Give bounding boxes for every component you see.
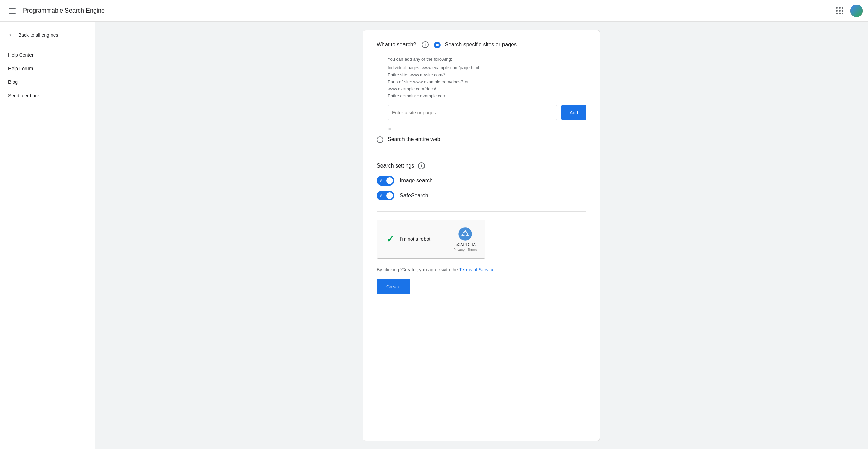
create-button[interactable]: Create bbox=[377, 279, 410, 294]
google-apps-icon[interactable] bbox=[833, 4, 846, 18]
tos-link[interactable]: Terms of Service bbox=[459, 267, 494, 272]
search-settings-section: Search settings i ✓ Image search ✓ SafeS… bbox=[377, 162, 586, 200]
image-search-toggle-row: ✓ Image search bbox=[377, 176, 586, 186]
recaptcha-checkbox[interactable]: ✓ bbox=[385, 234, 395, 244]
header-right bbox=[833, 4, 863, 18]
what-to-search-title: What to search? bbox=[377, 42, 416, 48]
checkmark-icon: ✓ bbox=[386, 234, 394, 245]
hint-line-4: www.example.com/docs/ bbox=[388, 85, 586, 93]
section-label-row: What to search? i Search specific sites … bbox=[377, 41, 586, 48]
back-to-engines-label: Back to all engines bbox=[18, 32, 58, 38]
dot bbox=[836, 10, 838, 12]
settings-header: Search settings i bbox=[377, 162, 586, 169]
radio-entire-web-circle[interactable] bbox=[377, 136, 383, 143]
back-arrow-icon: ← bbox=[8, 31, 14, 38]
tos-text: By clicking 'Create', you agree with the… bbox=[377, 267, 586, 272]
hint-line-5: Entire domain: *.example.com bbox=[388, 93, 586, 100]
grid-dots bbox=[836, 7, 843, 14]
sidebar: ← Back to all engines Help Center Help F… bbox=[0, 22, 95, 449]
hint-line-2: Entire site: www.mysite.com/* bbox=[388, 72, 586, 79]
site-input[interactable] bbox=[388, 105, 557, 120]
sidebar-item-send-feedback[interactable]: Send feedback bbox=[0, 89, 95, 102]
user-avatar[interactable] bbox=[850, 5, 863, 17]
toggle-check-icon: ✓ bbox=[379, 178, 383, 183]
svg-point-1 bbox=[463, 232, 467, 236]
sidebar-item-label: Blog bbox=[8, 79, 18, 85]
radio-specific-sites-label: Search specific sites or pages bbox=[445, 42, 517, 48]
sidebar-item-label: Send feedback bbox=[8, 93, 40, 98]
sidebar-item-label: Help Center bbox=[8, 52, 34, 58]
dot bbox=[839, 10, 841, 12]
radio-specific-sites-circle[interactable] bbox=[434, 42, 441, 48]
hamburger-icon bbox=[9, 8, 16, 14]
tos-suffix: . bbox=[494, 267, 496, 272]
image-search-label: Image search bbox=[400, 178, 433, 184]
hint-line-3: Parts of site: www.example.com/docs/* or bbox=[388, 79, 586, 86]
hint-box: You can add any of the following: Indivi… bbox=[388, 57, 586, 100]
back-to-engines-button[interactable]: ← Back to all engines bbox=[0, 27, 95, 42]
hint-line-1: Individual pages: www.example.com/page.h… bbox=[388, 64, 586, 72]
sidebar-item-blog[interactable]: Blog bbox=[0, 75, 95, 89]
radio-specific-sites[interactable]: Search specific sites or pages bbox=[434, 41, 517, 48]
radio-entire-web[interactable]: Search the entire web bbox=[377, 136, 586, 143]
recaptcha-right: reCAPTCHA Privacy - Terms bbox=[453, 227, 477, 252]
section-divider-2 bbox=[377, 211, 586, 212]
recaptcha-label: I'm not a robot bbox=[400, 236, 430, 242]
sidebar-item-label: Help Forum bbox=[8, 66, 33, 71]
recaptcha-links: Privacy - Terms bbox=[453, 248, 477, 252]
hint-title: You can add any of the following: bbox=[388, 57, 586, 62]
recaptcha-box: ✓ I'm not a robot reCAPTCHA Privacy - Te… bbox=[377, 220, 485, 259]
recaptcha-logo-icon bbox=[458, 227, 472, 241]
sidebar-divider bbox=[0, 45, 95, 45]
dot bbox=[842, 10, 843, 12]
sidebar-item-help-center[interactable]: Help Center bbox=[0, 48, 95, 62]
search-settings-title: Search settings bbox=[377, 163, 414, 169]
content-card: What to search? i Search specific sites … bbox=[363, 30, 600, 441]
menu-icon[interactable] bbox=[5, 4, 19, 18]
or-separator: or bbox=[388, 125, 586, 132]
hamburger-line bbox=[9, 11, 16, 11]
safesearch-label: SafeSearch bbox=[400, 193, 428, 199]
app-header: Programmable Search Engine bbox=[0, 0, 868, 22]
dot bbox=[839, 7, 841, 9]
hamburger-line bbox=[9, 13, 16, 14]
recaptcha-left: ✓ I'm not a robot bbox=[385, 234, 430, 244]
hamburger-line bbox=[9, 8, 16, 9]
site-input-row: Add bbox=[388, 105, 586, 120]
what-to-search-info-icon[interactable]: i bbox=[422, 41, 429, 48]
toggle-check-icon: ✓ bbox=[379, 193, 383, 198]
safesearch-toggle[interactable]: ✓ bbox=[377, 191, 394, 200]
section-divider-1 bbox=[377, 154, 586, 154]
main-layout: ← Back to all engines Help Center Help F… bbox=[0, 22, 868, 449]
image-search-toggle[interactable]: ✓ bbox=[377, 176, 394, 186]
dot bbox=[842, 7, 843, 9]
what-to-search-section: What to search? i Search specific sites … bbox=[377, 41, 586, 143]
add-site-button[interactable]: Add bbox=[561, 105, 586, 120]
app-title: Programmable Search Engine bbox=[23, 7, 833, 14]
dot bbox=[836, 7, 838, 9]
safesearch-toggle-row: ✓ SafeSearch bbox=[377, 191, 586, 200]
sidebar-item-help-forum[interactable]: Help Forum bbox=[0, 62, 95, 75]
recaptcha-brand: reCAPTCHA bbox=[454, 242, 475, 247]
avatar-image bbox=[850, 5, 863, 17]
tos-prefix: By clicking 'Create', you agree with the bbox=[377, 267, 459, 272]
dot bbox=[842, 13, 843, 14]
main-content: What to search? i Search specific sites … bbox=[95, 22, 868, 449]
dot bbox=[839, 13, 841, 14]
search-settings-info-icon[interactable]: i bbox=[418, 162, 425, 169]
or-text: or bbox=[388, 126, 392, 131]
dot bbox=[836, 13, 838, 14]
radio-entire-web-label: Search the entire web bbox=[388, 136, 440, 142]
